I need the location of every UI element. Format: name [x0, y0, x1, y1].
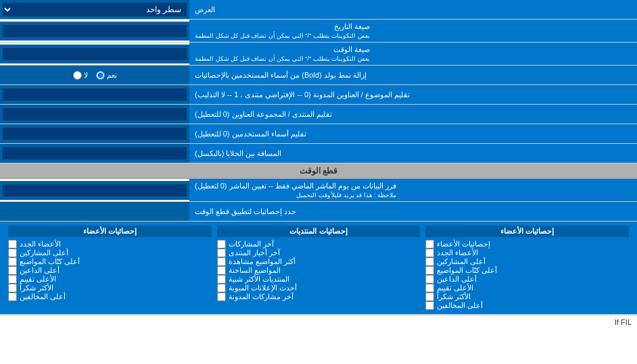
col1-item-2: أعلى كتّاب المواضيع	[8, 257, 212, 266]
col1-check-2[interactable]	[8, 257, 17, 266]
col1-item-6: أعلى المخالفين	[8, 292, 212, 301]
users-trim-input-wrap: 0	[0, 124, 189, 143]
forum-trim-input-wrap: 33	[0, 105, 189, 124]
time-format-label: صيغة الوقتبعض التكوينات يتطلب "/" التي ي…	[189, 43, 637, 65]
cell-space-input[interactable]: 2	[3, 147, 187, 159]
col3-check-0[interactable]	[425, 240, 434, 249]
footer: If FIL	[0, 315, 637, 329]
col3-item-top-posters: أعلى المشاركين	[425, 257, 629, 266]
time-cut-label: فرز البيانات من يوم الماشر الماضي فقط --…	[189, 179, 637, 201]
col1-header: إحصائيات الأعضاء	[8, 226, 212, 237]
users-trim-label: تقليم أسماء المستخدمين (0 للتعطيل)	[189, 124, 637, 143]
users-trim-input[interactable]: 0	[3, 128, 187, 140]
col2-item-last-ads: أحدث الإعلانات المبوبة	[217, 284, 421, 292]
col2-item-last-news: آخر أخبار المنتدى	[217, 249, 421, 257]
col1-item-4: الأعلى تقييم	[8, 275, 212, 284]
date-format-label: صيغة التاريخبعض التكوينات يتطلب "/" التي…	[189, 20, 637, 42]
bold-remove-label: إزالة نمط بولد (Bold) من أسماء المستخدمي…	[189, 66, 637, 84]
col3-check-top-raters[interactable]	[425, 284, 434, 292]
col2-header: إحصائيات المنتديات	[217, 226, 421, 237]
col2-check-last-news[interactable]	[217, 249, 226, 257]
topics-order-input[interactable]: 33	[3, 88, 187, 101]
time-format-input[interactable]: H:i	[3, 48, 187, 60]
col1-item-3: أعلى الداعين	[8, 266, 212, 275]
col3-item-top-authors: أعلى كتّاب المواضيع	[425, 266, 629, 275]
date-format-input-wrap: d-m	[0, 22, 189, 41]
col1-item-5: الأكثر شكراً	[8, 284, 212, 292]
col1-check-4[interactable]	[8, 275, 17, 284]
time-cut-row: فرز البيانات من يوم الماشر الماضي فقط --…	[0, 179, 637, 202]
topics-order-row: تقليم الموضوع / العناوين المدونة (0 -- ا…	[0, 85, 637, 105]
display-row: العرض سطر واحد سطرين ثلاثة أسطر	[0, 0, 637, 20]
date-format-input[interactable]: d-m	[3, 25, 187, 37]
cell-space-label: المسافة بين الخلايا (بالبكسل)	[189, 144, 637, 163]
bold-remove-options: نعم لا	[0, 66, 189, 84]
bold-yes-radio[interactable]	[96, 71, 105, 80]
forum-trim-input[interactable]: 33	[3, 108, 187, 120]
col1-check-0[interactable]	[8, 240, 17, 249]
col3-check-new-members[interactable]	[425, 249, 434, 257]
time-cut-input[interactable]: 0	[3, 184, 187, 197]
topics-order-input-wrap: 33	[0, 85, 189, 104]
bold-no-label[interactable]: لا	[73, 71, 88, 80]
col1-check-6[interactable]	[8, 292, 17, 301]
time-format-input-wrap: H:i	[0, 45, 189, 63]
col2-item-last-posts: آخر المشاركات	[217, 240, 421, 249]
bold-no-radio[interactable]	[73, 71, 82, 80]
limit-label: حدد إحصائيات لتطبيق قطع الوقت	[189, 202, 637, 221]
col3-item-new-members: الأعضاء الجدد	[425, 249, 629, 257]
col2-check-most-similar[interactable]	[217, 275, 226, 284]
col3-item-most-thanked: الأكثر شكراً	[425, 292, 629, 301]
date-format-row: صيغة التاريخبعض التكوينات يتطلب "/" التي…	[0, 20, 637, 43]
limit-row: حدد إحصائيات لتطبيق قطع الوقت	[0, 202, 637, 222]
display-select[interactable]: سطر واحد سطرين ثلاثة أسطر	[3, 3, 187, 16]
col3-check-top-ignored[interactable]	[425, 301, 434, 310]
col1-check-1[interactable]	[8, 249, 17, 257]
col2-check-last-posts[interactable]	[217, 240, 226, 249]
col3-item-top-callers: أعلى الداعين	[425, 275, 629, 284]
col2-check-last-contrib[interactable]	[217, 292, 226, 301]
forum-trim-row: تقليم المنتدى / المجموعة العناوين (0 للت…	[0, 105, 637, 124]
col3-check-top-posters[interactable]	[425, 257, 434, 266]
bold-remove-row: إزالة نمط بولد (Bold) من أسماء المستخدمي…	[0, 66, 637, 85]
time-cut-input-wrap: 0	[0, 181, 189, 200]
display-label: العرض	[189, 0, 637, 19]
time-format-row: صيغة الوقتبعض التكوينات يتطلب "/" التي ي…	[0, 43, 637, 66]
col2-check-last-topics[interactable]	[217, 266, 226, 275]
col1-item-1: أعلى المشاركين	[8, 249, 212, 257]
col1: إحصائيات الأعضاء الأعضاء الجدد أعلى المش…	[5, 226, 214, 310]
main-container: العرض سطر واحد سطرين ثلاثة أسطر صيغة الت…	[0, 0, 637, 329]
checkboxes-columns: إحصائيات الأعضاء إحصائيات الأعضاء الأعضا…	[5, 226, 632, 310]
col3: إحصائيات الأعضاء إحصائيات الأعضاء الأعضا…	[423, 226, 632, 310]
bold-yes-label[interactable]: نعم	[96, 71, 117, 80]
col2-item-last-contrib: آخر مشاركات المدونة	[217, 292, 421, 301]
col2-item-last-topics: المواضيع الساخنة	[217, 266, 421, 275]
col3-item-top-ignored: أعلى المخالفين	[425, 301, 629, 310]
col3-check-most-thanked[interactable]	[425, 292, 434, 301]
col2-item-most-similar: المنتديات الأكثر شبية	[217, 275, 421, 284]
time-section-header: قطع الوقت	[0, 163, 637, 179]
forum-trim-label: تقليم المنتدى / المجموعة العناوين (0 للت…	[189, 105, 637, 124]
cell-space-input-wrap: 2	[0, 144, 189, 163]
col2-check-most-viewed[interactable]	[217, 257, 226, 266]
col3-check-top-authors[interactable]	[425, 266, 434, 275]
topics-order-label: تقليم الموضوع / العناوين المدونة (0 -- ا…	[189, 85, 637, 104]
col3-header: إحصائيات الأعضاء	[425, 226, 629, 237]
col1-check-5[interactable]	[8, 284, 17, 292]
cell-space-row: المسافة بين الخلايا (بالبكسل) 2	[0, 144, 637, 163]
col2: إحصائيات المنتديات آخر المشاركات آخر أخب…	[214, 226, 423, 310]
display-select-wrap: سطر واحد سطرين ثلاثة أسطر	[0, 0, 189, 19]
col3-item-top-raters: الأعلى تقييم	[425, 284, 629, 292]
users-trim-row: تقليم أسماء المستخدمين (0 للتعطيل) 0	[0, 124, 637, 144]
col2-item-most-viewed: أكثر المواضيع مشاهدة	[217, 257, 421, 266]
checkboxes-section: إحصائيات الأعضاء إحصائيات الأعضاء الأعضا…	[0, 222, 637, 315]
col2-check-last-ads[interactable]	[217, 284, 226, 292]
col3-check-top-callers[interactable]	[425, 275, 434, 284]
col3-item-0: إحصائيات الأعضاء	[425, 240, 629, 249]
col1-item-0: الأعضاء الجدد	[8, 240, 212, 249]
col1-check-3[interactable]	[8, 266, 17, 275]
